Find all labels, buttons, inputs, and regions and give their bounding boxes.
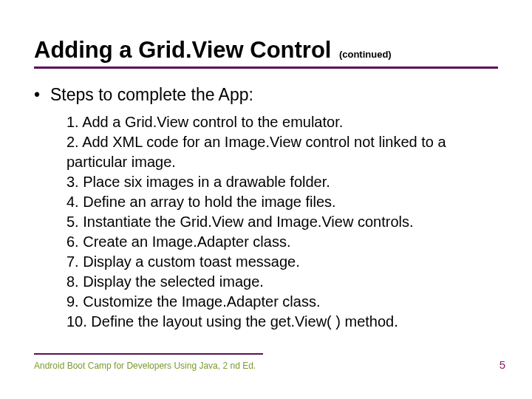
bullet-heading: •Steps to complete the App: — [34, 85, 498, 105]
steps-list: 1. Add a Grid.View control to the emulat… — [66, 112, 498, 332]
list-item: 3. Place six images in a drawable folder… — [66, 172, 498, 192]
list-item: 10. Define the layout using the get.View… — [66, 312, 498, 332]
bullet-text: Steps to complete the App: — [50, 85, 253, 104]
list-item: 2. Add XML code for an Image.View contro… — [66, 132, 498, 172]
list-item: 9. Customize the Image.Adapter class. — [66, 292, 498, 312]
footer-rule — [34, 353, 263, 355]
list-item: 6. Create an Image.Adapter class. — [66, 232, 498, 252]
slide: Adding a Grid.View Control (continued) •… — [0, 0, 532, 399]
slide-subtitle: (continued) — [339, 49, 392, 60]
list-item: 1. Add a Grid.View control to the emulat… — [66, 112, 498, 132]
bullet-dot: • — [34, 85, 50, 105]
title-block: Adding a Grid.View Control (continued) — [34, 37, 498, 69]
list-item: 5. Instantiate the Grid.View and Image.V… — [66, 212, 498, 232]
footer-text: Android Boot Camp for Developers Using J… — [34, 361, 256, 371]
page-number: 5 — [499, 358, 505, 371]
slide-title: Adding a Grid.View Control — [34, 37, 331, 63]
list-item: 7. Display a custom toast message. — [66, 252, 498, 272]
list-item: 8. Display the selected image. — [66, 272, 498, 292]
list-item: 4. Define an array to hold the image fil… — [66, 192, 498, 212]
